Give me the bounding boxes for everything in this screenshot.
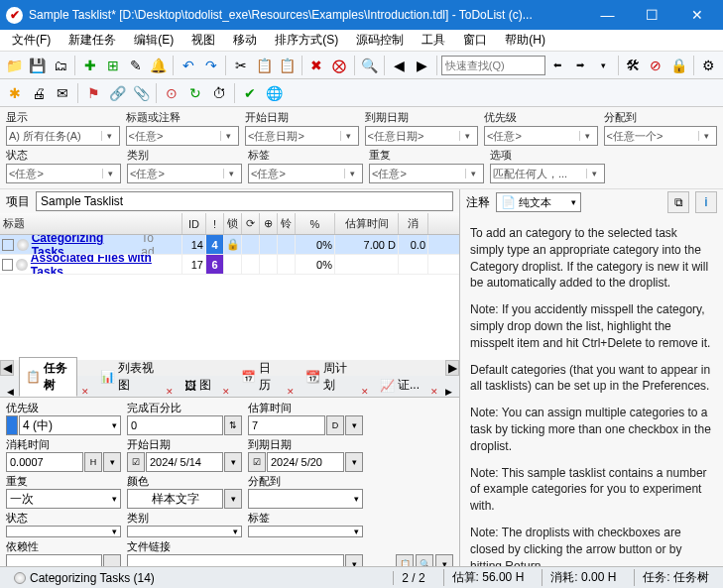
tools-icon[interactable]: 🛠 <box>623 55 644 76</box>
col-recur[interactable]: ⟳ <box>242 213 260 234</box>
link-icon[interactable]: 🔗 <box>106 82 128 104</box>
filter-到期日期-select[interactable]: <任意日期>▾ <box>365 126 479 146</box>
find-next-icon[interactable]: ➡ <box>570 55 591 76</box>
new-subtask-icon[interactable]: ⊞ <box>102 55 123 76</box>
comments-format-select[interactable]: 📄 纯文本▾ <box>496 192 581 212</box>
tab-证...[interactable]: 📈证... <box>373 374 426 397</box>
new-task-icon[interactable]: ✚ <box>79 55 100 76</box>
detail-copy-icon[interactable]: 📋 <box>396 554 414 566</box>
tab-close-icon[interactable]: ✕ <box>220 387 232 397</box>
find-dropdown-icon[interactable]: ▾ <box>593 55 614 76</box>
paste-icon[interactable]: 📋 <box>277 55 298 76</box>
minimize-button[interactable]: — <box>585 0 630 30</box>
maximize-button[interactable]: ☐ <box>630 0 674 30</box>
prev-icon[interactable]: ◀ <box>389 55 410 76</box>
col-depend[interactable]: ⊕ <box>260 213 278 234</box>
open-file-icon[interactable]: 📁 <box>4 55 25 76</box>
color-sample[interactable]: 样本文字 <box>127 489 223 509</box>
tab-close-icon[interactable]: ✕ <box>285 387 297 397</box>
col-lock[interactable]: 锁 <box>224 213 242 234</box>
find-prev-icon[interactable]: ⬅ <box>547 55 568 76</box>
web-icon[interactable]: 🌐 <box>263 82 285 104</box>
task-row[interactable]: Associated Files with Tasks1760% <box>0 255 459 275</box>
depend-browse[interactable]: … <box>103 554 121 566</box>
filter-类别-select[interactable]: <任意>▾ <box>127 164 242 183</box>
status-select[interactable]: ▾ <box>6 526 121 537</box>
due-dd[interactable]: ▾ <box>345 452 363 472</box>
redo-icon[interactable]: ↷ <box>200 55 221 76</box>
repeat-select[interactable]: 一次▾ <box>6 489 121 509</box>
filelink-dd[interactable]: ▾ <box>345 554 363 566</box>
col-priority[interactable]: ! <box>206 213 224 234</box>
menu-help[interactable]: 帮助(H) <box>497 30 553 51</box>
col-title[interactable]: 标题 <box>0 213 182 234</box>
tab-close-icon[interactable]: ✕ <box>359 387 371 397</box>
filter-重复-select[interactable]: <任意>▾ <box>369 164 484 183</box>
due-check[interactable]: ☑ <box>248 452 266 472</box>
menu-file[interactable]: 文件(F) <box>4 30 59 51</box>
assigned-select[interactable]: ▾ <box>248 489 363 509</box>
filter-显示-select[interactable]: A) 所有任务(A)▾ <box>6 126 120 146</box>
filter-开始日期-select[interactable]: <任意日期>▾ <box>245 126 359 146</box>
grid-scrollbar[interactable]: ◀▶ <box>0 360 459 376</box>
filter-标签-select[interactable]: <任意>▾ <box>248 164 363 183</box>
col-id[interactable]: ID <box>182 213 206 234</box>
edit-icon[interactable]: ✎ <box>125 55 146 76</box>
col-remind[interactable]: 铃 <box>278 213 296 234</box>
comments-popout-icon[interactable]: ⧉ <box>667 191 689 213</box>
menu-edit[interactable]: 编辑(E) <box>126 30 181 51</box>
tab-close-icon[interactable]: ✕ <box>428 387 440 397</box>
start-dd[interactable]: ▾ <box>224 452 242 472</box>
attach-icon[interactable]: 📎 <box>130 82 152 104</box>
menu-tools[interactable]: 工具 <box>414 30 453 51</box>
menu-view[interactable]: 视图 <box>183 30 223 51</box>
priority-select[interactable]: 4 (中)▾ <box>19 415 121 435</box>
comments-info-icon[interactable]: i <box>695 191 717 213</box>
consumed-dd[interactable]: ▾ <box>103 452 121 472</box>
copy-icon[interactable]: 📋 <box>253 55 274 76</box>
detail-more-icon[interactable]: ▾ <box>435 554 453 566</box>
est-unit[interactable]: D <box>326 415 344 435</box>
pct-input[interactable] <box>127 415 223 435</box>
flag-icon[interactable]: ⚑ <box>82 82 104 104</box>
filter-优先级-select[interactable]: <任意>▾ <box>484 126 598 146</box>
print-icon[interactable]: 🖨 <box>28 82 50 104</box>
col-est[interactable]: 估算时间 <box>335 213 399 234</box>
target-icon[interactable]: ⊙ <box>161 82 182 104</box>
menu-newtask[interactable]: 新建任务 <box>60 30 124 51</box>
pct-spinner[interactable]: ⇅ <box>224 415 242 435</box>
col-cons[interactable]: 消 <box>399 213 428 234</box>
tab-close-icon[interactable]: ✕ <box>79 387 91 397</box>
color-dd[interactable]: ▾ <box>224 489 242 509</box>
email-icon[interactable]: ✉ <box>52 82 73 104</box>
filter-选项-select[interactable]: 匹配任何人，...▾ <box>490 164 605 183</box>
col-pct[interactable]: % <box>296 213 335 234</box>
tab-nav-next[interactable]: ▶ <box>442 387 455 397</box>
find-icon[interactable]: 🔍 <box>359 55 380 76</box>
due-date-input[interactable] <box>267 452 344 472</box>
next-icon[interactable]: ▶ <box>412 55 432 76</box>
comments-body[interactable]: To add an category to the selected task … <box>460 215 723 566</box>
tab-nav-prev[interactable]: ◀ <box>4 387 17 397</box>
close-button[interactable]: ✕ <box>674 0 719 30</box>
consumed-unit[interactable]: H <box>84 452 102 472</box>
lock-icon[interactable]: 🔒 <box>668 55 689 76</box>
settings-icon[interactable]: ⚙ <box>698 55 719 76</box>
menu-move[interactable]: 移动 <box>225 30 265 51</box>
est-dd[interactable]: ▾ <box>345 415 363 435</box>
tab-图[interactable]: 🖼图 <box>178 374 218 397</box>
consumed-input[interactable] <box>6 452 83 472</box>
reminder-icon[interactable]: 🔔 <box>148 55 169 76</box>
detail-find-icon[interactable]: 🔍 <box>416 554 433 566</box>
check-icon[interactable]: ✔ <box>239 82 261 104</box>
plugin-icon[interactable]: ✱ <box>4 82 26 104</box>
refresh-icon[interactable]: ↻ <box>184 82 206 104</box>
start-check[interactable]: ☑ <box>127 452 145 472</box>
cancel-icon[interactable]: ⊘ <box>646 55 666 76</box>
save-icon[interactable]: 💾 <box>27 55 48 76</box>
project-name-input[interactable] <box>36 191 453 211</box>
depend-input[interactable] <box>6 554 102 566</box>
start-date-input[interactable] <box>146 452 223 472</box>
menu-source[interactable]: 源码控制 <box>348 30 412 51</box>
filter-分配到-select[interactable]: <任意一个>▾ <box>604 126 718 146</box>
